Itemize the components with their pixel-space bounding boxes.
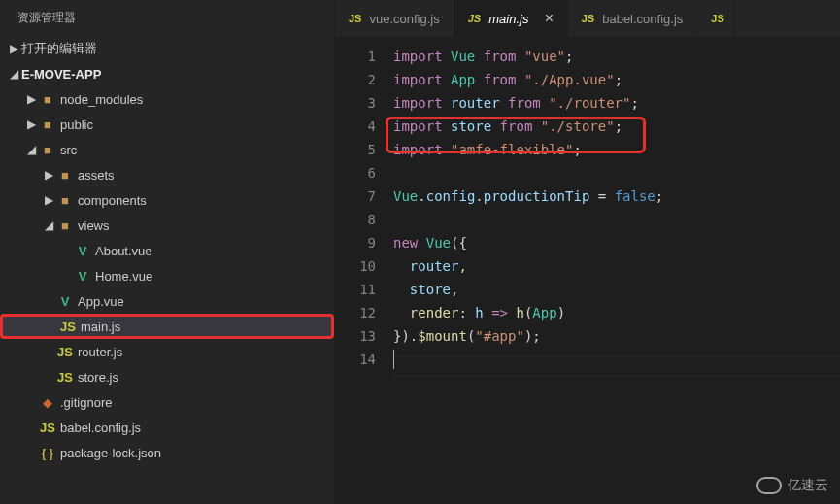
tree-item-label: store.js [78,370,118,385]
tree-item-label: public [60,118,93,132]
tree-item[interactable]: ◢■src [0,137,334,162]
line-number: 12 [335,301,376,324]
tree-item[interactable]: ◢■views [0,213,334,238]
tree-item[interactable]: ▶■public [0,112,334,137]
tree-item-label: node_modules [60,92,143,107]
watermark: 亿速云 [756,477,828,494]
project-root[interactable]: ◢ E-MOVE-APP [0,61,334,86]
tab-label: main.js [488,12,528,26]
tree-item-label: main.js [81,319,120,334]
vue-icon: V [74,244,91,258]
code-line[interactable]: import App from "./App.vue"; [393,68,840,91]
tree-item[interactable]: { }package-lock.json [0,440,334,465]
js-icon: JS [39,420,56,435]
tree-item[interactable]: VHome.vue [0,263,334,288]
chevron-right-icon: ▶ [23,118,39,131]
js-icon: JS [349,13,361,24]
editor-tab[interactable]: JSmain.js× [454,0,568,37]
tab-label: vue.config.js [369,12,439,26]
tree-item-label: App.vue [78,294,124,309]
code-line[interactable]: import Vue from "vue"; [393,45,840,68]
folder-icon: ■ [39,143,56,157]
code-line[interactable] [393,161,840,185]
editor-tab[interactable]: JSbabel.config.js [568,0,698,37]
js-icon: JS [468,13,481,24]
editor-area: JSvue.config.jsJSmain.js×JSbabel.config.… [335,0,840,504]
line-number: 11 [335,278,376,301]
line-gutter: 1234567891011121314 [335,45,393,504]
folder-icon: ■ [56,218,74,233]
tree-item[interactable]: ▶■node_modules [0,86,334,112]
line-number: 6 [335,161,376,185]
tree-item[interactable]: ◆.gitignore [0,389,334,415]
chevron-down-icon: ◢ [23,143,39,156]
line-number: 7 [335,185,376,208]
line-number: 4 [335,115,376,138]
line-number: 5 [335,138,376,161]
line-number: 1 [335,45,376,68]
js-icon: JS [59,319,77,334]
line-number: 3 [335,91,376,115]
line-number: 10 [335,254,376,278]
code-line[interactable]: router, [393,254,840,278]
line-number: 2 [335,68,376,91]
tree-item[interactable]: VApp.vue [0,288,334,314]
chevron-right-icon: ▶ [6,42,21,55]
tree-item-label: About.vue [95,244,152,258]
chevron-right-icon: ▶ [23,92,39,106]
editor-tabs: JSvue.config.jsJSmain.js×JSbabel.config.… [335,0,840,37]
explorer-sidebar: 资源管理器 ▶ 打开的编辑器 ◢ E-MOVE-APP ▶■node_modul… [0,0,335,504]
chevron-down-icon: ◢ [41,218,56,232]
code-content[interactable]: import Vue from "vue";import App from ".… [393,45,840,504]
git-icon: ◆ [39,395,56,410]
code-editor[interactable]: 1234567891011121314 import Vue from "vue… [335,37,840,504]
line-number: 9 [335,231,376,254]
open-editors-section[interactable]: ▶ 打开的编辑器 [0,36,334,61]
folder-icon: ■ [56,193,74,208]
tree-item[interactable]: JSstore.js [0,364,334,389]
tree-item-label: src [60,143,77,157]
tree-item[interactable]: JSrouter.js [0,339,334,364]
code-line[interactable]: }).$mount("#app"); [393,324,840,348]
tree-item-label: router.js [78,345,122,359]
code-line[interactable]: Vue.config.productionTip = false; [393,185,840,208]
js-icon: JS [582,13,594,24]
line-number: 13 [335,324,376,348]
vue-icon: V [56,294,74,309]
tree-item[interactable]: ▶■assets [0,162,334,187]
editor-tab[interactable]: JS [697,0,734,37]
tree-item-label: assets [78,168,115,183]
js-icon: JS [56,345,74,359]
json-icon: { } [39,446,56,460]
chevron-right-icon: ▶ [41,168,56,182]
tree-item-label: views [78,218,110,233]
tree-item[interactable]: JSmain.js [0,314,334,339]
cloud-icon [756,477,782,494]
explorer-title: 资源管理器 [0,0,334,36]
close-icon[interactable]: × [544,10,553,27]
code-line[interactable]: import store from "./store"; [393,115,840,138]
folder-icon: ■ [39,118,56,132]
code-line[interactable]: import router from "./router"; [393,91,840,115]
code-line[interactable]: import "amfe-flexible"; [393,138,840,161]
tree-item[interactable]: ▶■components [0,187,334,213]
tree-item-label: babel.config.js [60,420,141,435]
file-tree: ▶■node_modules▶■public◢■src▶■assets▶■com… [0,86,334,504]
code-line[interactable] [393,208,840,231]
code-line[interactable]: new Vue({ [393,231,840,254]
tab-label: babel.config.js [602,12,683,26]
tree-item[interactable]: JSbabel.config.js [0,415,334,440]
tree-item[interactable]: VAbout.vue [0,238,334,263]
tree-item-label: components [78,193,147,208]
active-line-highlight [393,355,840,377]
js-icon: JS [56,370,74,385]
folder-icon: ■ [56,168,74,183]
vue-icon: V [74,269,91,284]
line-number: 8 [335,208,376,231]
chevron-right-icon: ▶ [41,193,56,207]
line-number: 14 [335,348,376,371]
editor-tab[interactable]: JSvue.config.js [335,0,454,37]
code-line[interactable]: render: h => h(App) [393,301,840,324]
code-line[interactable]: store, [393,278,840,301]
tree-item-label: package-lock.json [60,446,161,460]
